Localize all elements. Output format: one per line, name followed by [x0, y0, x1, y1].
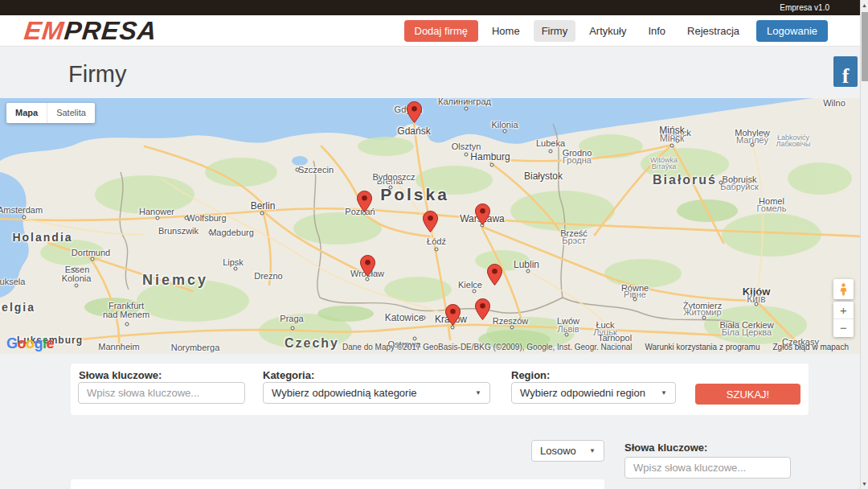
zoom-out-button[interactable]: −	[833, 318, 854, 336]
logo[interactable]: EMPRESA	[23, 16, 158, 46]
scrollbar[interactable]: ▲ ▼	[860, 0, 868, 489]
sidebar-keywords-input[interactable]	[624, 457, 791, 479]
map-marker-icon[interactable]	[475, 203, 490, 225]
zoom-control: + −	[833, 302, 854, 337]
navbar: EMPRESA Dodaj firmę Home Firmy Artykuły …	[0, 15, 860, 47]
chevron-down-icon: ▼	[661, 389, 667, 397]
scrollbar-thumb[interactable]	[862, 12, 868, 81]
add-company-button[interactable]: Dodaj firmę	[404, 20, 478, 42]
map-type-map-button[interactable]: Mapa	[6, 103, 47, 123]
region-label: Region:	[511, 369, 550, 381]
nav-item-info[interactable]: Info	[640, 20, 674, 42]
logo-prefix: EM	[23, 16, 66, 45]
scrollbar-down-icon[interactable]: ▼	[861, 481, 868, 487]
app-version-label: Empresa v1.0	[780, 3, 829, 12]
chevron-down-icon: ▼	[589, 447, 596, 454]
sidebar-keywords-label: Słowa kluczowe:	[624, 442, 707, 454]
sort-select[interactable]: Losowo ▼	[531, 440, 604, 462]
map-type-control: Mapa Satelita	[6, 103, 95, 123]
keywords-input[interactable]	[78, 382, 245, 404]
google-logo[interactable]: Google	[6, 335, 54, 352]
results-panel	[71, 479, 604, 489]
page-title: Firmy	[68, 61, 126, 88]
category-select-value: Wybierz odpowiednią kategorie	[272, 387, 417, 399]
map-attribution: Dane do Mapy ©2017 GeoBasis-DE/BKG (©200…	[342, 343, 849, 351]
map-marker-icon[interactable]	[423, 211, 438, 232]
search-button[interactable]: SZUKAJ!	[695, 384, 800, 405]
region-select-value: Wybierz odpowiedni region	[520, 387, 645, 399]
nav-item-artykuly[interactable]: Artykuły	[581, 20, 634, 42]
sort-select-value: Losowo	[540, 445, 576, 457]
map-type-satellite-button[interactable]: Satelita	[47, 103, 95, 123]
login-button[interactable]: Logowanie	[756, 20, 828, 42]
map-canvas[interactable]: KiloniaRostockLubekaHamburgSzczecinBrema…	[0, 98, 860, 354]
top-bar: Empresa v1.0	[0, 0, 860, 15]
search-form-card: Słowa kluczowe: Kategoria: Wybierz odpow…	[71, 364, 809, 415]
nav-item-firmy[interactable]: Firmy	[534, 20, 576, 42]
region-select[interactable]: Wybierz odpowiedni region ▼	[511, 382, 676, 404]
pegman-icon	[838, 283, 849, 296]
facebook-icon[interactable]: f	[833, 56, 858, 87]
map-marker-icon[interactable]	[475, 298, 490, 320]
map-marker-icon[interactable]	[487, 264, 502, 286]
map-marker-icon[interactable]	[357, 191, 372, 212]
map-markers	[0, 98, 860, 354]
map-terms-link[interactable]: Warunki korzystania z programu	[645, 343, 760, 351]
nav-item-home[interactable]: Home	[484, 20, 528, 42]
category-label: Kategoria:	[263, 369, 314, 381]
category-select[interactable]: Wybierz odpowiednią kategorie ▼	[263, 382, 490, 404]
chevron-down-icon: ▼	[475, 389, 481, 397]
nav-item-rejestracja[interactable]: Rejestracja	[679, 20, 747, 42]
nav-menu: Dodaj firmę Home Firmy Artykuły Info Rej…	[404, 15, 829, 46]
map-marker-icon[interactable]	[407, 101, 422, 123]
keywords-label: Słowa kluczowe:	[79, 369, 162, 381]
map-marker-icon[interactable]	[360, 255, 375, 277]
map-attribution-data: Dane do Mapy ©2017 GeoBasis-DE/BKG (©200…	[342, 343, 632, 351]
logo-suffix: PRESA	[63, 16, 158, 45]
zoom-in-button[interactable]: +	[833, 302, 854, 318]
map-marker-icon[interactable]	[445, 304, 461, 326]
scrollbar-up-icon[interactable]: ▲	[861, 2, 868, 8]
pegman-button[interactable]	[833, 279, 854, 299]
map-report-error-link[interactable]: Zgłoś błąd w mapach	[773, 343, 850, 351]
